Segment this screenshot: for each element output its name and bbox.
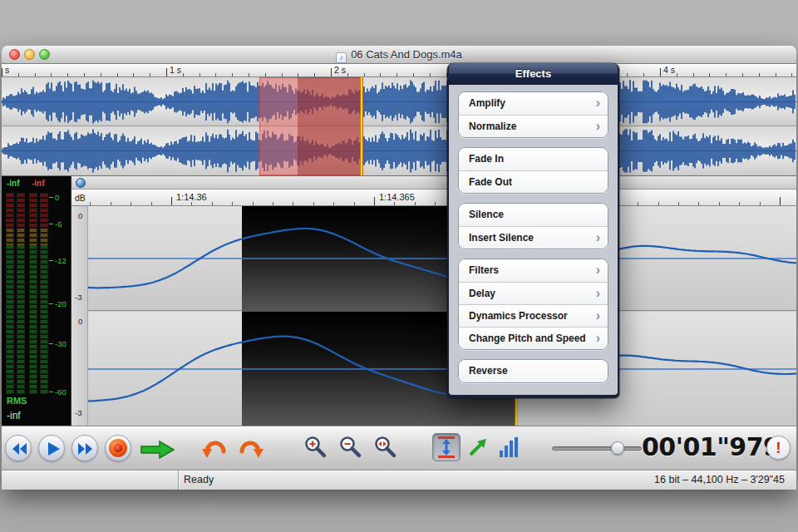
- fit-vertical-icon: [433, 434, 460, 461]
- waveform-right: [2, 126, 796, 175]
- overview-selection[interactable]: [259, 77, 363, 175]
- zoom-slider-thumb[interactable]: [611, 441, 624, 455]
- rewind-button[interactable]: [5, 435, 32, 461]
- play-button[interactable]: [38, 435, 65, 461]
- menu-item-fade-out[interactable]: Fade Out: [459, 170, 608, 193]
- zoom-in-button[interactable]: [303, 435, 328, 460]
- status-progress-area: [2, 470, 179, 490]
- menu-item-filters[interactable]: Filters ›: [459, 259, 608, 282]
- chevron-right-icon: ›: [596, 327, 600, 349]
- fast-forward-icon: [72, 436, 99, 462]
- chevron-right-icon: ›: [596, 304, 600, 327]
- menu-group: Silence Insert Silence ›: [458, 203, 608, 249]
- editor-waveform-area[interactable]: [88, 206, 796, 426]
- menu-group: Fade In Fade Out: [458, 147, 608, 194]
- smooth-wave-left: [88, 206, 796, 311]
- app-window: ♪06 Cats And Dogs.m4a s 1 s 2 s 4 s: [2, 46, 796, 490]
- overview-playhead-cursor[interactable]: [361, 77, 362, 175]
- zoom-out-button[interactable]: [337, 435, 362, 460]
- goto-selection-button[interactable]: [466, 435, 490, 460]
- overview-channel-left[interactable]: [2, 77, 796, 126]
- menu-item-silence[interactable]: Silence: [459, 204, 608, 226]
- ruler-label: s: [5, 65, 9, 75]
- level-meter-panel: -inf -inf 0 -6 -12 -20 -30 -60 RMS -inf: [2, 175, 71, 426]
- rms-value: -inf: [7, 410, 21, 421]
- overview-channel-right[interactable]: [2, 126, 796, 175]
- ruler-label: 2 s: [334, 65, 346, 75]
- overview-time-ruler[interactable]: s 1 s 2 s 4 s: [2, 64, 796, 77]
- fit-vertical-button[interactable]: [432, 433, 461, 461]
- chevron-right-icon: ›: [596, 259, 600, 281]
- status-message: Ready: [184, 474, 214, 485]
- zoom-slider[interactable]: [552, 446, 642, 451]
- ruler-label: 1 s: [170, 65, 181, 75]
- peak-readout-left: -inf: [7, 179, 20, 188]
- menu-group: Amplify › Normalize ›: [458, 91, 608, 138]
- zoom-selection-button[interactable]: [372, 435, 397, 460]
- document-proxy-icon: ♪: [336, 52, 347, 63]
- time-display: 00'01"979: [642, 432, 763, 461]
- redo-button[interactable]: [236, 435, 264, 461]
- editor-time-ruler[interactable]: dB 1:14.36 1:14.365: [71, 190, 796, 206]
- undo-button[interactable]: [201, 435, 229, 461]
- alert-button[interactable]: !: [766, 436, 791, 460]
- waveform-editor: dB 1:14.36 1:14.365 0 -3 0 -3: [71, 175, 796, 426]
- effects-menu-title: Effects: [449, 63, 618, 85]
- menu-item-insert-silence[interactable]: Insert Silence ›: [459, 226, 608, 249]
- chevron-right-icon: ›: [596, 115, 600, 137]
- menu-item-amplify[interactable]: Amplify ›: [459, 92, 608, 115]
- rewind-icon: [6, 436, 32, 462]
- desktop-background: ♪06 Cats And Dogs.m4a s 1 s 2 s 4 s: [0, 0, 798, 532]
- chevron-right-icon: ›: [596, 226, 600, 249]
- menu-item-delay[interactable]: Delay ›: [459, 282, 608, 304]
- menu-item-change-pitch-and-speed[interactable]: Change Pitch and Speed ›: [459, 327, 608, 349]
- effects-menu-body: Amplify › Normalize › Fade In Fade Out S: [449, 85, 618, 395]
- editor-toolbar-strip: [71, 176, 796, 190]
- status-bar: Ready 16 bit – 44,100 Hz – 3'29"45: [2, 470, 796, 490]
- overview-waveform[interactable]: [2, 77, 796, 175]
- audio-format-info: 16 bit – 44,100 Hz – 3'29"45: [654, 474, 785, 485]
- editor-actions-icon[interactable]: [76, 178, 86, 188]
- db-scale-strip: 0 -3 0 -3: [71, 206, 88, 426]
- window-title: ♪06 Cats And Dogs.m4a: [2, 48, 796, 63]
- display-mode-button[interactable]: [497, 435, 522, 460]
- rms-label: RMS: [7, 396, 27, 406]
- effects-menu: Effects Amplify › Normalize › Fade In Fa…: [447, 63, 619, 398]
- led-meter-left: [6, 193, 26, 394]
- waveform-left: [2, 77, 796, 126]
- goto-end-button[interactable]: [140, 439, 176, 461]
- play-icon: [39, 436, 66, 462]
- smooth-wave-right: [88, 312, 796, 426]
- ruler-label: 1:14.365: [379, 192, 415, 202]
- transport-toolbar: 00'01"979 !: [2, 426, 796, 470]
- db-unit-label: dB: [75, 193, 86, 203]
- led-meter-right: [29, 193, 49, 394]
- ruler-label: 4 s: [663, 65, 675, 75]
- menu-group: Filters › Delay › Dynamics Processor › C…: [458, 259, 608, 350]
- chevron-right-icon: ›: [596, 282, 600, 304]
- overview-selection-dark: [298, 77, 363, 175]
- menu-item-normalize[interactable]: Normalize ›: [459, 115, 608, 137]
- menu-item-fade-in[interactable]: Fade In: [459, 148, 608, 170]
- peak-readout-right: -inf: [32, 179, 45, 188]
- overview-ruler-ticks: [2, 64, 796, 76]
- record-core: [114, 444, 122, 452]
- ruler-label: 1:14.36: [176, 192, 207, 202]
- editor-main: 0 -3 0 -3: [71, 206, 796, 426]
- fast-forward-button[interactable]: [71, 435, 98, 461]
- chevron-right-icon: ›: [596, 91, 600, 114]
- menu-item-reverse[interactable]: Reverse: [459, 360, 608, 382]
- menu-group: Reverse: [458, 359, 608, 383]
- record-button[interactable]: [105, 435, 131, 461]
- menu-item-dynamics-processor[interactable]: Dynamics Processor ›: [459, 304, 608, 327]
- title-bar[interactable]: ♪06 Cats And Dogs.m4a: [2, 46, 796, 64]
